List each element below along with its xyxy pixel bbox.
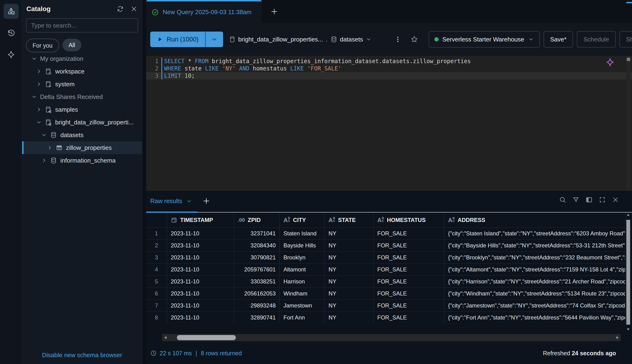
columns-panel-icon[interactable] [585, 196, 593, 204]
query-tab[interactable]: New Query 2025-09-03 11:38am [146, 0, 262, 23]
filter-results-icon[interactable] [572, 196, 580, 204]
search-results-icon[interactable] [559, 196, 566, 204]
catalog-share-icon [45, 119, 52, 126]
chevron-down-icon[interactable] [36, 119, 42, 125]
horizontal-scroll-thumb[interactable] [177, 335, 236, 340]
scroll-down-arrow-icon[interactable] [626, 328, 630, 331]
chevron-right-icon[interactable] [47, 145, 53, 151]
warehouse-selector[interactable]: Serverless Starter Warehouse [429, 31, 540, 48]
tree-item-bright-data-zillow-properti-[interactable]: bright_data_zillow_properti... [22, 116, 142, 129]
table-row[interactable]: 6 2023-11-102056162053WindhamNYFOR_SALE{… [146, 288, 625, 300]
database-icon [50, 132, 57, 138]
tree-item-workspace[interactable]: workspace [22, 65, 142, 78]
scroll-right-arrow-icon[interactable] [614, 336, 621, 340]
close-results-icon[interactable] [612, 196, 619, 204]
share-button[interactable]: Share [619, 31, 632, 48]
row-number: 4 [146, 264, 167, 276]
editor-scrollbar-thumb[interactable] [627, 58, 630, 61]
fullscreen-icon[interactable] [598, 196, 606, 204]
tree-item-delta-shares-received[interactable]: Delta Shares Received [22, 90, 142, 103]
assistant-rail-button[interactable] [4, 47, 19, 62]
chevron-right-icon[interactable] [36, 106, 42, 112]
results-horizontal-scrollbar[interactable] [162, 334, 621, 341]
cell-zpid: 32371041 [234, 228, 280, 239]
table-row[interactable]: 1 2023-11-1032371041Staten IslandNYFOR_S… [146, 227, 625, 239]
tree-item-zillow-properties[interactable]: zillow_properties [22, 141, 142, 154]
refreshed-time: 24 seconds ago [572, 350, 616, 356]
number-type-icon: .00 [238, 217, 245, 223]
favorite-star-button[interactable] [410, 35, 418, 43]
chevron-down-icon[interactable] [31, 56, 37, 62]
gutter-decoration [161, 72, 162, 80]
results-vertical-scrollbar[interactable] [625, 213, 631, 333]
chevron-right-icon[interactable] [36, 68, 42, 74]
row-number: 1 [146, 228, 167, 239]
run-button[interactable]: Run (1000) [150, 32, 223, 47]
column-header-address[interactable]: ABCADDRESS [444, 213, 625, 227]
catalog-rail-button[interactable] [4, 4, 19, 19]
assistant-sparkle-button[interactable] [605, 57, 615, 67]
disable-schema-browser-link[interactable]: Disable new schema browser [22, 352, 142, 359]
cell-zpid: 33038251 [234, 276, 280, 288]
add-visualization-button[interactable] [202, 197, 210, 205]
catalog-selector[interactable]: bright_data_zillow_properties... . datas… [229, 36, 371, 43]
column-header-state[interactable]: ABCSTATE [325, 213, 374, 227]
tree-item-label: zillow_properties [66, 144, 112, 152]
warehouse-status-dot [434, 37, 439, 42]
chevron-right-icon[interactable] [41, 158, 47, 164]
context-separator: . [326, 36, 328, 43]
cell-state: NY [325, 264, 374, 276]
column-header-city[interactable]: ABCCITY [280, 213, 325, 227]
sparkle-icon [7, 50, 16, 59]
tree-item-information-schema[interactable]: information_schema [22, 154, 142, 167]
more-options-kebab[interactable] [394, 36, 401, 43]
table-row[interactable]: 7 2023-11-1029893248JamestownNYFOR_SALE{… [146, 300, 625, 312]
tree-item-my-organization[interactable]: My organization [22, 52, 142, 65]
tree-item-label: workspace [55, 68, 84, 75]
row-number: 3 [146, 252, 167, 264]
run-options-chevron[interactable] [206, 32, 223, 47]
close-sidebar-icon[interactable] [130, 5, 138, 13]
editor-scrollbar[interactable] [626, 56, 630, 191]
code-line-1[interactable]: 1 SELECT * FROM bright_data_zillow_prope… [146, 58, 632, 65]
sql-editor[interactable]: 1 SELECT * FROM bright_data_zillow_prope… [146, 56, 632, 191]
search-input[interactable] [26, 18, 138, 32]
table-row[interactable]: 4 2023-11-102059767601AltamontNYFOR_SALE… [146, 264, 625, 276]
tree-item-samples[interactable]: samples [22, 103, 142, 116]
refresh-icon[interactable] [117, 5, 124, 13]
history-rail-button[interactable] [4, 26, 19, 40]
cell-zpid: 32890741 [234, 312, 280, 324]
tree-item-datasets[interactable]: datasets [22, 129, 142, 141]
code-line-2[interactable]: 2 WHERE state LIKE 'NY' AND homestatus L… [146, 65, 632, 72]
column-header-homestatus[interactable]: ABCHOMESTATUS [374, 213, 444, 227]
table-row[interactable]: 8 2023-11-1032890741Fort AnnNYFOR_SALE{"… [146, 312, 625, 324]
schedule-button[interactable]: Schedule [577, 31, 615, 48]
save-button[interactable]: Save* [544, 31, 573, 48]
catalog-share-icon [45, 106, 52, 113]
table-row[interactable]: 2 2023-11-1032084340Bayside HillsNYFOR_S… [146, 239, 625, 252]
code-line-3[interactable]: 3 LIMIT 10; [146, 72, 632, 80]
scroll-up-arrow-icon[interactable] [626, 213, 630, 216]
new-tab-button[interactable] [266, 0, 282, 23]
chevron-right-icon[interactable] [36, 81, 42, 87]
strip-accent-dash [626, 2, 632, 3]
database-icon [50, 157, 57, 164]
column-header-timestamp[interactable]: TIMESTAMP [167, 213, 234, 227]
vertical-scroll-thumb[interactable] [626, 220, 630, 325]
scroll-left-arrow-icon[interactable] [162, 336, 168, 340]
chevron-down-icon[interactable] [31, 94, 37, 100]
cell-homestatus: FOR_SALE [374, 252, 444, 264]
table-row[interactable]: 3 2023-11-1030790821BrooklynNYFOR_SALE{"… [146, 252, 625, 264]
chevron-down-icon[interactable] [41, 132, 47, 138]
cell-timestamp: 2023-11-10 [167, 312, 234, 324]
column-header-zpid[interactable]: .00ZPID [234, 213, 280, 227]
run-label: Run (1000) [167, 36, 199, 43]
cell-zpid: 32084340 [234, 240, 280, 252]
tree-item-system[interactable]: system [22, 78, 142, 90]
cell-timestamp: 2023-11-10 [167, 300, 234, 312]
filter-all-pill[interactable]: All [63, 39, 81, 51]
raw-results-tab[interactable]: Raw results [150, 198, 192, 205]
column-label: TIMESTAMP [180, 217, 213, 223]
table-row[interactable]: 5 2023-11-1033038251HarrisonNYFOR_SALE{"… [146, 276, 625, 288]
filter-for-you-pill[interactable]: For you [26, 39, 59, 52]
